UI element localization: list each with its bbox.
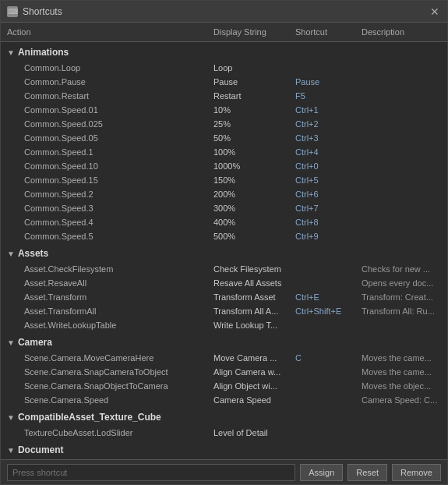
cell-shortcut: Ctrl+Shift+E bbox=[289, 306, 355, 317]
category-row[interactable]: ▼ Assets bbox=[1, 245, 447, 262]
cell-action: Asset.WriteLookupTable bbox=[1, 320, 207, 331]
table-row[interactable]: Common.Speed.15 150% Ctrl+5 bbox=[1, 173, 447, 187]
table-row[interactable]: Common.Restart Restart F5 bbox=[1, 89, 447, 103]
table-row[interactable]: Asset.CheckFilesystem Check Filesystem C… bbox=[1, 262, 447, 276]
table-row[interactable]: Common.Speed.1 100% Ctrl+4 bbox=[1, 145, 447, 159]
cell-action: Scene.Camera.SnapObjectToCamera bbox=[1, 381, 207, 391]
cell-action: Common.Loop bbox=[1, 62, 207, 73]
table-row[interactable]: Scene.Camera.Speed Camera Speed Camera S… bbox=[1, 393, 447, 407]
category-arrow-icon: ▼ bbox=[7, 446, 15, 455]
cell-description bbox=[355, 207, 447, 209]
column-headers: Action Display String Shortcut Descripti… bbox=[1, 23, 447, 42]
cell-display: 200% bbox=[207, 189, 289, 200]
table-row[interactable]: Common.Pause Pause Pause bbox=[1, 75, 447, 89]
table-row[interactable]: Common.Speed.025 25% Ctrl+2 bbox=[1, 117, 447, 131]
remove-button[interactable]: Remove bbox=[392, 464, 441, 481]
category-arrow-icon: ▼ bbox=[7, 338, 15, 347]
category-name: CompatibleAsset_Texture_Cube bbox=[18, 412, 161, 423]
col-action: Action bbox=[1, 26, 207, 38]
cell-action: Common.Restart bbox=[1, 90, 207, 101]
reset-button[interactable]: Reset bbox=[347, 464, 387, 481]
cell-description: Transform: Creat... bbox=[355, 292, 447, 303]
table-row[interactable]: Scene.Camera.MoveCameraHere Move Camera … bbox=[1, 351, 447, 365]
table-row[interactable]: Common.Speed.05 50% Ctrl+3 bbox=[1, 131, 447, 145]
category-row[interactable]: ▼ Camera bbox=[1, 334, 447, 351]
cell-description: Transform All: Ru... bbox=[355, 306, 447, 317]
table-row[interactable]: Scene.Camera.SnapObjectToCamera Align Ob… bbox=[1, 379, 447, 393]
cell-action: Asset.TransformAll bbox=[1, 306, 207, 317]
cell-shortcut: Ctrl+9 bbox=[289, 231, 355, 242]
cell-shortcut: Ctrl+E bbox=[289, 292, 355, 303]
category-name: Document bbox=[18, 444, 64, 455]
close-button[interactable]: ✕ bbox=[429, 5, 441, 18]
cell-description bbox=[355, 432, 447, 434]
table-row[interactable]: Common.Speed.10 1000% Ctrl+0 bbox=[1, 159, 447, 173]
cell-display: Align Camera w... bbox=[207, 366, 289, 377]
table-row[interactable]: Common.Speed.5 500% Ctrl+9 bbox=[1, 229, 447, 243]
cell-description bbox=[355, 193, 447, 195]
cell-display: 10% bbox=[207, 104, 289, 115]
category-name: Animations bbox=[18, 47, 69, 58]
cell-shortcut bbox=[289, 385, 355, 387]
cell-display: Level of Detail bbox=[207, 427, 289, 438]
table-row[interactable]: Asset.WriteLookupTable Write Lookup T... bbox=[1, 318, 447, 332]
cell-action: Scene.Camera.SnapCameraToObject bbox=[1, 366, 207, 377]
table-row[interactable]: Common.Speed.3 300% Ctrl+7 bbox=[1, 201, 447, 215]
cell-shortcut bbox=[289, 268, 355, 270]
cell-shortcut bbox=[289, 67, 355, 69]
cell-action: Asset.ResaveAll bbox=[1, 278, 207, 289]
cell-action: Common.Speed.3 bbox=[1, 203, 207, 214]
cell-description bbox=[355, 137, 447, 139]
category-name: Assets bbox=[18, 248, 48, 259]
cell-display: Restart bbox=[207, 90, 289, 101]
table-row[interactable]: Common.Loop Loop bbox=[1, 61, 447, 75]
cell-action: TextureCubeAsset.LodSlider bbox=[1, 427, 207, 438]
cell-action: Asset.CheckFilesystem bbox=[1, 264, 207, 274]
table-row[interactable]: Asset.Transform Transform Asset Ctrl+E T… bbox=[1, 290, 447, 304]
table-row[interactable]: Common.Speed.4 400% Ctrl+8 bbox=[1, 215, 447, 229]
cell-action: Common.Pause bbox=[1, 76, 207, 87]
cell-action: Common.Speed.4 bbox=[1, 217, 207, 228]
cell-description bbox=[355, 221, 447, 223]
cell-action: Common.Speed.025 bbox=[1, 119, 207, 129]
cell-display: Loop bbox=[207, 62, 289, 73]
cell-display: 1000% bbox=[207, 161, 289, 172]
table-row[interactable]: Scene.Camera.SnapCameraToObject Align Ca… bbox=[1, 365, 447, 379]
cell-description bbox=[355, 151, 447, 153]
cell-display: 500% bbox=[207, 231, 289, 242]
cell-display: Write Lookup T... bbox=[207, 320, 289, 331]
table-row[interactable]: Common.Speed.2 200% Ctrl+6 bbox=[1, 187, 447, 201]
cell-action: Scene.Camera.Speed bbox=[1, 395, 207, 405]
category-arrow-icon: ▼ bbox=[7, 48, 15, 57]
assign-button[interactable]: Assign bbox=[300, 464, 343, 481]
category-row[interactable]: ▼ Document bbox=[1, 441, 447, 458]
shortcut-input[interactable] bbox=[7, 464, 295, 481]
cell-display: Check Filesystem bbox=[207, 264, 289, 274]
category-row[interactable]: ▼ Animations bbox=[1, 44, 447, 61]
cell-description: Moves the came... bbox=[355, 352, 447, 363]
cell-description bbox=[355, 109, 447, 111]
table-body[interactable]: ▼ Animations Common.Loop Loop Common.Pau… bbox=[1, 42, 447, 459]
cell-display: 400% bbox=[207, 217, 289, 228]
cell-shortcut bbox=[289, 399, 355, 401]
cell-shortcut: Ctrl+6 bbox=[289, 189, 355, 200]
table-row[interactable]: Asset.TransformAll Transform All A... Ct… bbox=[1, 304, 447, 318]
cell-shortcut: C bbox=[289, 352, 355, 363]
table-row[interactable]: TextureCubeAsset.LodSlider Level of Deta… bbox=[1, 426, 447, 440]
category-row[interactable]: ▼ CompatibleAsset_Texture_Cube bbox=[1, 409, 447, 426]
cell-description bbox=[355, 67, 447, 69]
cell-display: Resave All Assets bbox=[207, 278, 289, 289]
cell-shortcut: Ctrl+8 bbox=[289, 217, 355, 228]
cell-action: Common.Speed.5 bbox=[1, 231, 207, 242]
cell-action: Common.Speed.1 bbox=[1, 147, 207, 158]
cell-description bbox=[355, 235, 447, 237]
cell-description bbox=[355, 81, 447, 83]
table-row[interactable]: Asset.ResaveAll Resave All Assets Opens … bbox=[1, 276, 447, 290]
cell-description bbox=[355, 123, 447, 125]
cell-shortcut: F5 bbox=[289, 90, 355, 101]
table-row[interactable]: Common.Speed.01 10% Ctrl+1 bbox=[1, 103, 447, 117]
cell-display: Transform All A... bbox=[207, 306, 289, 317]
cell-description bbox=[355, 324, 447, 326]
title-bar: ⌨ Shortcuts ✕ bbox=[1, 1, 447, 23]
cell-shortcut: Ctrl+4 bbox=[289, 147, 355, 158]
